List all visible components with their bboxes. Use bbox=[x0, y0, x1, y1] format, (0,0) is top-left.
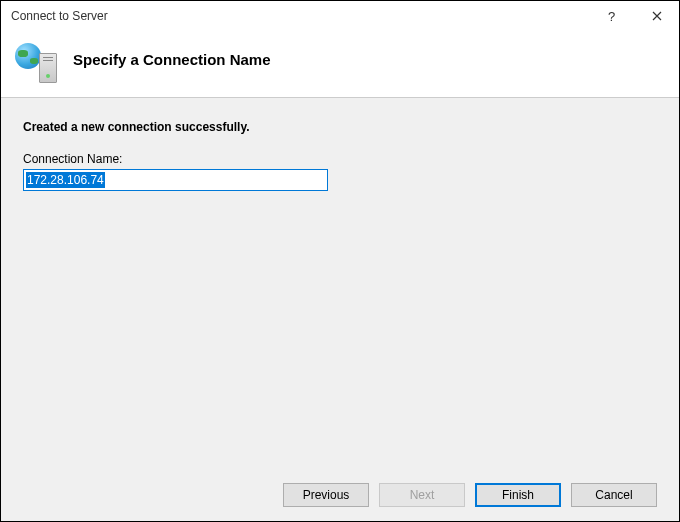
previous-button[interactable]: Previous bbox=[283, 483, 369, 507]
button-row: Previous Next Finish Cancel bbox=[23, 471, 657, 507]
page-title: Specify a Connection Name bbox=[73, 51, 271, 68]
next-button: Next bbox=[379, 483, 465, 507]
wizard-header: Specify a Connection Name bbox=[1, 31, 679, 98]
help-button[interactable]: ? bbox=[589, 1, 634, 31]
help-icon: ? bbox=[608, 9, 615, 24]
window-title: Connect to Server bbox=[11, 9, 589, 23]
connection-name-input[interactable]: 172.28.106.74 bbox=[23, 169, 328, 191]
wizard-body: Created a new connection successfully. C… bbox=[1, 98, 679, 521]
status-message: Created a new connection successfully. bbox=[23, 120, 657, 134]
spacer bbox=[23, 191, 657, 471]
server-globe-icon bbox=[15, 41, 57, 83]
dialog-window: Connect to Server ? Specify a Connection… bbox=[0, 0, 680, 522]
titlebar: Connect to Server ? bbox=[1, 1, 679, 31]
finish-button[interactable]: Finish bbox=[475, 483, 561, 507]
close-icon bbox=[652, 11, 662, 21]
cancel-button[interactable]: Cancel bbox=[571, 483, 657, 507]
close-button[interactable] bbox=[634, 1, 679, 31]
titlebar-controls: ? bbox=[589, 1, 679, 31]
connection-name-value: 172.28.106.74 bbox=[26, 172, 105, 188]
connection-name-label: Connection Name: bbox=[23, 152, 657, 166]
